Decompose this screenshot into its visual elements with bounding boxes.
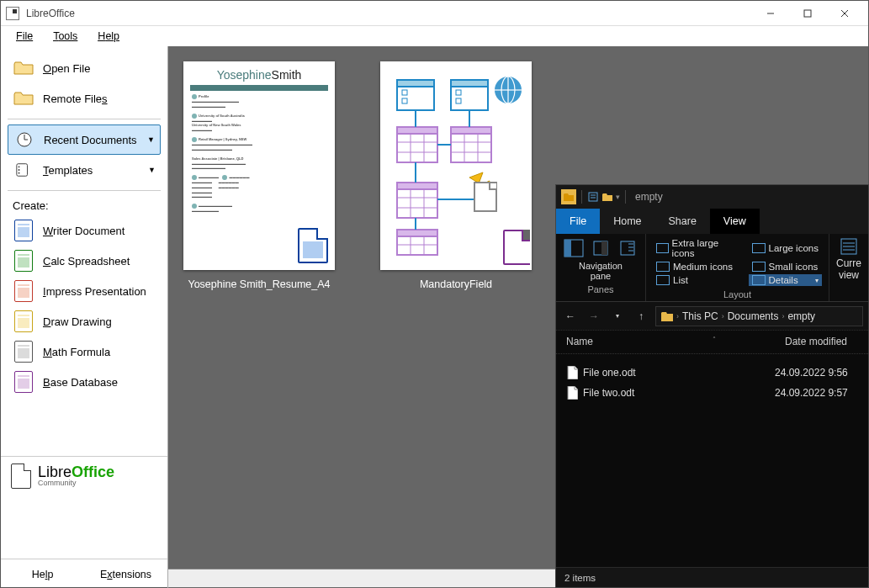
document-icon: [566, 386, 578, 400]
folder-icon: [661, 311, 673, 321]
ribbon-group-layout: Extra large icons Large icons Medium ico…: [646, 234, 829, 301]
layout-extra-large[interactable]: Extra large icons: [653, 237, 740, 259]
navigation-pane-button[interactable]: [563, 237, 585, 259]
layout-small[interactable]: Small icons: [749, 261, 822, 273]
tab-view[interactable]: View: [710, 209, 760, 234]
svg-point-10: [19, 172, 20, 174]
file-row[interactable]: File two.odt 24.09.2022 9:57: [556, 383, 868, 403]
back-button[interactable]: ←: [561, 307, 580, 326]
column-date[interactable]: Date modified: [775, 331, 857, 353]
folder-icon: [561, 189, 576, 204]
details-pane-button[interactable]: [617, 237, 639, 259]
svg-rect-24: [397, 127, 437, 134]
libreoffice-doc-icon: [11, 464, 31, 489]
svg-rect-28: [397, 183, 437, 189]
layout-large[interactable]: Large icons: [749, 237, 822, 259]
document-caption: Yosephine Smith_Resume_A4: [188, 278, 330, 290]
navigation-pane-label: Navigation pane: [579, 261, 623, 281]
file-date: 24.09.2022 9:56: [775, 367, 848, 379]
document-thumbnail[interactable]: [380, 61, 532, 270]
quick-access-toolbar: ▾: [561, 189, 628, 204]
svg-rect-61: [621, 241, 634, 255]
menubar: File Tools Help: [1, 26, 868, 46]
maximize-button[interactable]: [789, 2, 826, 25]
menu-file[interactable]: File: [9, 29, 40, 44]
sidebar-extensions[interactable]: Extensions: [84, 559, 167, 588]
sidebar-open-file[interactable]: Open File: [8, 53, 161, 83]
sortby-icon[interactable]: [840, 237, 858, 256]
explorer-window[interactable]: ▾ empty File Home Share View Navigation …: [555, 184, 869, 588]
layout-list[interactable]: List: [653, 274, 740, 286]
document-thumbnail[interactable]: YosephineSmith Profile▬▬▬▬▬▬▬▬▬▬▬▬▬▬▬▬▬▬…: [183, 61, 335, 270]
chevron-down-icon[interactable]: ▼: [147, 135, 155, 144]
forward-button[interactable]: →: [585, 307, 603, 326]
clock-icon: [13, 130, 35, 149]
document-icon: [566, 366, 578, 379]
column-name[interactable]: Name˄: [556, 331, 775, 353]
menu-help[interactable]: Help: [91, 29, 126, 44]
explorer-title: empty: [635, 191, 663, 203]
sidebar-help[interactable]: Help: [1, 559, 84, 588]
svg-rect-58: [564, 240, 571, 257]
chevron-down-icon[interactable]: ▼: [148, 166, 156, 174]
startcenter-sidebar: Open File Remote Files Recent Documents …: [1, 46, 168, 588]
file-name: File two.odt: [583, 387, 634, 399]
address-bar: ← → ▾ ↑ › This PC › Documents › empty: [556, 302, 868, 331]
list-header: Name˄ Date modified: [556, 331, 868, 354]
recent-locations-button[interactable]: ▾: [608, 307, 627, 326]
svg-rect-60: [601, 241, 607, 255]
sidebar-remote-files[interactable]: Remote Files: [8, 83, 161, 114]
create-impress[interactable]: Impress Presentation: [8, 276, 161, 306]
crumb-empty[interactable]: empty: [787, 310, 815, 322]
file-row[interactable]: File one.odt 24.09.2022 9:56: [556, 363, 868, 383]
crumb-this-pc[interactable]: This PC: [682, 310, 718, 322]
ribbon-group-current-view: Curreview: [829, 234, 868, 301]
tab-home[interactable]: Home: [600, 209, 654, 234]
close-button[interactable]: [826, 2, 863, 25]
tab-share[interactable]: Share: [655, 209, 710, 234]
impress-icon: [14, 280, 33, 302]
sidebar-recent-documents[interactable]: Recent Documents ▼: [8, 124, 161, 155]
ribbon-group-panes: Navigation pane Panes: [556, 234, 646, 301]
base-icon: [14, 371, 33, 393]
properties-icon[interactable]: [587, 191, 599, 203]
menu-tools[interactable]: Tools: [46, 29, 84, 44]
svg-rect-30: [397, 230, 437, 236]
panes-group-label: Panes: [587, 284, 613, 294]
qat-dropdown-icon[interactable]: ▾: [616, 193, 620, 201]
create-calc[interactable]: Calc Spreadsheet: [8, 246, 161, 276]
document-caption: MandatoryField: [420, 278, 492, 290]
minimize-button[interactable]: [752, 2, 789, 25]
libreoffice-title: LibreOffice: [26, 8, 75, 19]
item-count: 2 items: [564, 573, 596, 583]
svg-rect-54: [589, 193, 597, 201]
explorer-titlebar[interactable]: ▾ empty: [556, 185, 868, 209]
create-draw[interactable]: Draw Drawing: [8, 306, 161, 336]
create-base[interactable]: Base Database: [8, 367, 161, 397]
create-math[interactable]: Math Formula: [8, 336, 161, 367]
folder-remote-icon: [13, 89, 34, 108]
tab-file[interactable]: File: [556, 209, 600, 234]
libreoffice-logo: LibreOfficeCommunity: [1, 456, 167, 501]
svg-rect-26: [451, 127, 491, 134]
up-button[interactable]: ↑: [632, 307, 650, 326]
create-writer[interactable]: Writer Document: [8, 215, 161, 246]
calc-icon: [14, 250, 33, 272]
svg-rect-12: [397, 80, 434, 87]
svg-point-8: [19, 166, 20, 167]
sidebar-templates[interactable]: Templates ▼: [8, 155, 161, 185]
document-tile[interactable]: YosephineSmith Profile▬▬▬▬▬▬▬▬▬▬▬▬▬▬▬▬▬▬…: [183, 61, 335, 574]
crumb-documents[interactable]: Documents: [728, 310, 779, 322]
layout-details[interactable]: Details▾: [749, 274, 822, 286]
libreoffice-titlebar[interactable]: LibreOffice: [1, 1, 868, 26]
breadcrumb[interactable]: › This PC › Documents › empty: [655, 306, 863, 326]
preview-pane-button[interactable]: [590, 237, 612, 259]
writer-icon: [14, 220, 33, 241]
libreoffice-app-icon: [6, 7, 19, 20]
svg-rect-1: [804, 10, 811, 17]
math-icon: [14, 341, 33, 363]
layout-medium[interactable]: Medium icons: [653, 261, 740, 273]
document-tile[interactable]: MandatoryField: [380, 61, 532, 574]
new-folder-icon[interactable]: [601, 191, 613, 203]
file-date: 24.09.2022 9:57: [775, 387, 848, 399]
